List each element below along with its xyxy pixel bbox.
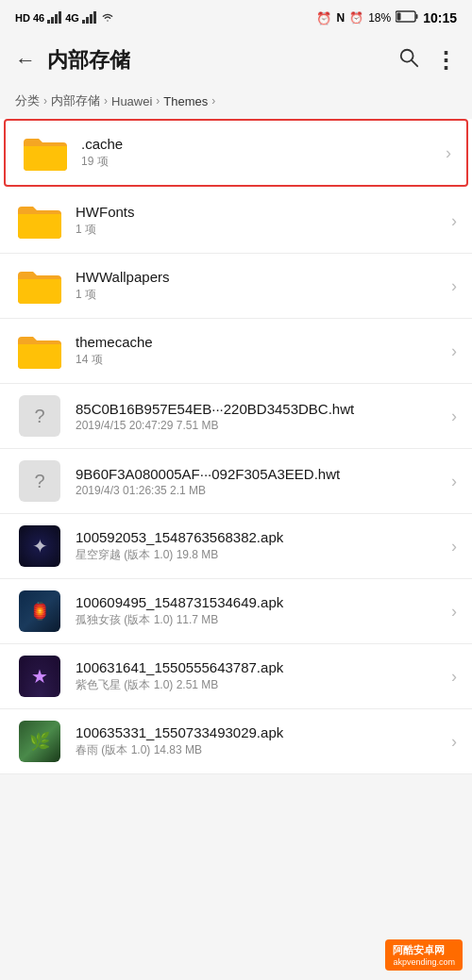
breadcrumb-item-huawei[interactable]: Huawei [111,94,152,108]
back-button[interactable]: ← [15,48,36,73]
wifi-icon [100,11,115,25]
file-meta-hwfonts: 1 项 [76,222,444,238]
file-name-hwt2: 9B60F3A080005AF···092F305A3EED.hwt [76,466,444,482]
file-item-hwt2[interactable]: ? 9B60F3A080005AF···092F305A3EED.hwt 201… [0,449,472,514]
file-meta-apk-lonely: 孤独女孩 (版本 1.0) 11.7 MB [76,612,444,628]
file-meta-hwwallpapers: 1 项 [76,287,444,303]
file-name-apk-lonely: 100609495_1548731534649.apk [76,594,444,610]
file-item-apk-stars[interactable]: 100592053_1548763568382.apk 星空穿越 (版本 1.0… [0,514,472,579]
file-info-cache: .cache 19 项 [81,136,438,170]
folder-icon-themecache [15,328,64,374]
signal-icon [47,10,62,26]
file-name-apk-spring: 100635331_1550733493029.apk [76,724,444,740]
network-label: HD [15,12,30,24]
chevron-cache: › [446,143,451,163]
file-meta-cache: 19 项 [81,154,438,170]
nav-icons: ⋮ [398,47,457,74]
file-meta-apk-purple: 紫色飞星 (版本 1.0) 2.51 MB [76,677,444,693]
chevron-apk-lonely: › [451,602,457,622]
chevron-themecache: › [451,341,457,361]
top-nav: ← 内部存储 ⋮ [0,34,472,87]
svg-rect-9 [416,14,418,19]
file-list: .cache 19 项 › HWFonts 1 项 › HWWallpapers [0,119,472,774]
time-display: 10:15 [423,10,457,25]
file-meta-themecache: 14 项 [76,352,444,368]
svg-rect-10 [397,13,401,21]
signal2-icon [82,10,97,26]
file-meta-apk-stars: 星空穿越 (版本 1.0) 19.8 MB [76,547,444,563]
file-item-apk-spring[interactable]: 100635331_1550733493029.apk 春雨 (版本 1.0) … [0,709,472,774]
file-info-hwfonts: HWFonts 1 项 [76,204,444,238]
breadcrumb-item-themes[interactable]: Themes [163,94,208,108]
file-name-apk-stars: 100592053_1548763568382.apk [76,529,444,545]
breadcrumb-item-classify[interactable]: 分类 [15,92,40,109]
page-title: 内部存储 [47,46,398,75]
unknown-icon-hwt2: ? [15,458,64,504]
search-button[interactable] [398,47,419,74]
svg-rect-1 [51,17,54,24]
breadcrumb: 分类 › 内部存储 › Huawei › Themes › [0,87,472,117]
file-info-apk-purple: 100631641_1550555643787.apk 紫色飞星 (版本 1.0… [76,659,444,693]
svg-rect-4 [82,20,85,24]
file-meta-apk-spring: 春雨 (版本 1.0) 14.83 MB [76,742,444,758]
file-item-cache[interactable]: .cache 19 项 › [4,119,468,187]
file-meta-hwt2: 2019/4/3 01:26:35 2.1 MB [76,484,444,497]
chevron-apk-spring: › [451,732,457,752]
nfc-icon: N [336,11,345,25]
breadcrumb-sep-1: › [43,94,47,108]
svg-rect-2 [55,14,58,24]
more-button[interactable]: ⋮ [434,47,457,74]
file-info-apk-spring: 100635331_1550733493029.apk 春雨 (版本 1.0) … [76,724,444,758]
folder-icon-hwfonts [15,198,64,243]
folder-icon-cache [21,130,70,175]
breadcrumb-sep-3: › [156,94,160,108]
svg-rect-3 [59,11,61,24]
chevron-hwwallpapers: › [451,276,457,296]
chevron-apk-purple: › [451,667,457,687]
file-item-themecache[interactable]: themecache 14 项 › [0,319,472,384]
network2-label: 4G [65,12,79,24]
file-name-themecache: themecache [76,334,444,350]
chevron-hwfonts: › [451,211,457,231]
file-name-cache: .cache [81,136,438,152]
watermark: 阿酷安卓网 akpvending.com [385,939,463,971]
battery-percent: 18% [368,11,391,25]
svg-line-12 [412,60,417,66]
file-item-hwfonts[interactable]: HWFonts 1 项 › [0,189,472,254]
svg-rect-7 [93,11,96,24]
battery-icon [396,10,418,25]
chevron-apk-stars: › [451,537,457,556]
watermark-url: akpvending.com [393,957,455,967]
file-item-apk-purple[interactable]: 100631641_1550555643787.apk 紫色飞星 (版本 1.0… [0,644,472,709]
chevron-hwt1: › [451,407,457,426]
file-item-apk-lonely[interactable]: 100609495_1548731534649.apk 孤独女孩 (版本 1.0… [0,579,472,644]
svg-rect-0 [47,20,50,24]
status-right: ⏰ N ⏰ 18% 10:15 [316,10,457,25]
unknown-icon-hwt1: ? [15,393,64,439]
file-item-hwwallpapers[interactable]: HWWallpapers 1 项 › [0,254,472,319]
breadcrumb-item-storage[interactable]: 内部存储 [51,92,100,109]
file-info-hwt1: 85C0B16B957E54EB···220BD3453DBC.hwt 2019… [76,401,444,432]
file-name-hwt1: 85C0B16B957E54EB···220BD3453DBC.hwt [76,401,444,417]
file-info-apk-lonely: 100609495_1548731534649.apk 孤独女孩 (版本 1.0… [76,594,444,628]
breadcrumb-sep-4: › [211,94,215,108]
file-info-apk-stars: 100592053_1548763568382.apk 星空穿越 (版本 1.0… [76,529,444,563]
breadcrumb-sep-2: › [104,94,108,108]
folder-icon-hwwallpapers [15,263,64,308]
alarm-icon: ⏰ [316,11,331,25]
file-name-hwfonts: HWFonts [76,204,444,220]
status-bar: HD 46 4G ⏰ [0,0,472,34]
status-left: HD 46 4G [15,10,115,26]
file-info-themecache: themecache 14 项 [76,334,444,368]
file-info-hwt2: 9B60F3A080005AF···092F305A3EED.hwt 2019/… [76,466,444,497]
svg-rect-6 [90,14,93,24]
svg-rect-5 [86,17,89,24]
watermark-brand: 阿酷安卓网 [393,943,455,957]
file-name-apk-purple: 100631641_1550555643787.apk [76,659,444,675]
file-name-hwwallpapers: HWWallpapers [76,269,444,285]
signal-4g: 46 [33,12,44,24]
thumb-icon-lonely [15,589,64,634]
file-item-hwt1[interactable]: ? 85C0B16B957E54EB···220BD3453DBC.hwt 20… [0,384,472,449]
thumb-icon-stars [15,523,64,569]
alarm2-icon: ⏰ [349,11,363,25]
